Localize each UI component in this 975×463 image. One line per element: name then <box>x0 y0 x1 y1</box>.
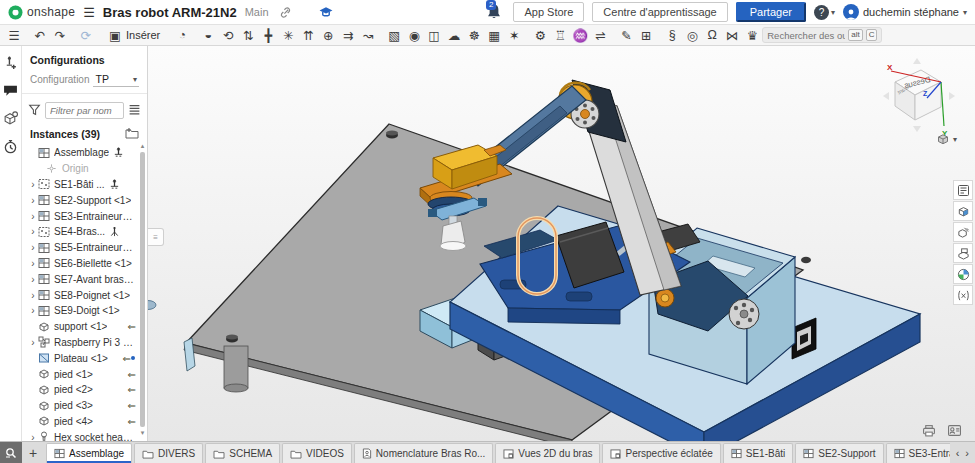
tree-item-se7[interactable]: › SE7-Avant bras <1> <box>22 271 147 287</box>
section-view-icon[interactable]: § <box>662 26 682 44</box>
appearance-sphere-icon[interactable] <box>953 264 973 284</box>
learning-cap-icon[interactable] <box>317 3 335 21</box>
tree-item-se1[interactable]: › SE1-Bâti ... <box>22 177 147 193</box>
group-mate-icon[interactable]: ▧ <box>384 26 404 44</box>
tree-item-raspberry[interactable]: › Raspberry Pi 3 Mod... <box>22 335 147 351</box>
tab-se3-entraineur-bras[interactable]: SE3-Entraineur bras <box>886 443 950 463</box>
drive-position-icon[interactable]: ♖ <box>550 26 570 44</box>
tab-assemblage[interactable]: Assemblage <box>46 443 132 463</box>
variables-icon[interactable] <box>953 285 973 305</box>
expand-chevron-icon[interactable]: › <box>28 195 38 206</box>
tree-item-plateau[interactable]: Plateau <1> ⇐ <box>22 350 147 366</box>
configuration-select[interactable]: TP ▾ <box>93 72 139 87</box>
expand-chevron-icon[interactable]: › <box>28 226 38 237</box>
bom-table-icon[interactable]: ✎ <box>616 26 636 44</box>
view-options-button[interactable]: ▾ <box>936 132 957 146</box>
ring-stand-tool-icon[interactable]: Ω <box>702 26 722 44</box>
user-menu[interactable]: duchemin stéphane ▾ <box>843 4 967 20</box>
pattern-feature-icon[interactable]: ☁ <box>444 26 464 44</box>
help-menu[interactable]: ? ▾ <box>814 5 835 20</box>
replicate-icon[interactable]: ◫ <box>424 26 444 44</box>
tab-nomenclature[interactable]: Nomenclature Bras Ro... <box>354 443 494 463</box>
expand-chevron-icon[interactable]: › <box>28 274 38 285</box>
filter-funnel-icon[interactable] <box>28 103 41 118</box>
tab-divers[interactable]: DIVERS <box>134 443 203 463</box>
circular-pattern-icon[interactable]: ☸ <box>464 26 484 44</box>
tab-videos[interactable]: VIDEOS <box>282 443 352 463</box>
expand-chevron-icon[interactable]: › <box>28 305 38 316</box>
tree-item-pied4[interactable]: pied <4> ⇐ <box>22 414 147 430</box>
tree-item-pied3[interactable]: pied <3> ⇐ <box>22 398 147 414</box>
printer-icon[interactable] <box>921 423 937 437</box>
tool-search-box[interactable]: alt C <box>762 27 882 43</box>
cylindrical-mate-icon[interactable]: ✳ <box>278 26 298 44</box>
instances-panel-icon[interactable] <box>953 180 973 200</box>
workspace-label[interactable]: Main <box>245 6 269 18</box>
tab-vues-2d[interactable]: Vues 2D du bras <box>495 443 600 463</box>
scrollbar-thumb[interactable] <box>140 152 145 427</box>
history-icon[interactable]: ◔ <box>172 26 192 44</box>
contact-card-icon[interactable] <box>947 423 963 437</box>
scroll-down-icon[interactable]: ▾ <box>139 429 146 437</box>
tree-item-se6[interactable]: › SE6-Biellette <1> <box>22 256 147 272</box>
expand-chevron-icon[interactable]: › <box>28 211 38 222</box>
tree-item-pied1[interactable]: pied <1> ⇐ <box>22 366 147 382</box>
history-clock-icon[interactable] <box>3 138 19 154</box>
grid-pattern-icon[interactable]: ▦ <box>484 26 504 44</box>
tangent-mate-icon[interactable]: ↝ <box>358 26 378 44</box>
tree-item-se4[interactable]: › SE4-Bras... <box>22 224 147 240</box>
filter-input[interactable] <box>45 102 124 119</box>
slider-mate-icon[interactable]: ⇅ <box>238 26 258 44</box>
bowtie-tool-icon[interactable]: ⋈ <box>722 26 742 44</box>
tab-se1-bati[interactable]: SE1-Bâti <box>723 443 793 463</box>
revolute-mate-icon[interactable]: ⟲ <box>218 26 238 44</box>
tool-search-input[interactable] <box>767 30 845 41</box>
tree-item-se2[interactable]: › SE2-Support <1> <box>22 192 147 208</box>
ball-mate-icon[interactable]: ⊕ <box>318 26 338 44</box>
expand-chevron-icon[interactable]: › <box>28 258 38 269</box>
mate-connector-icon[interactable]: ◉ <box>404 26 424 44</box>
tree-item-support[interactable]: support <1> ⇐ <box>22 319 147 335</box>
app-store-button[interactable]: App Store <box>513 2 584 22</box>
fastened-mate-icon[interactable]: ◒ <box>198 26 218 44</box>
crown-tool-icon[interactable]: ♛ <box>742 26 762 44</box>
main-menu-icon[interactable]: ☰ <box>83 5 95 20</box>
notifications-bell-icon[interactable]: 2 <box>485 2 505 22</box>
tree-item-se3[interactable]: › SE3-Entraineur bra... <box>22 208 147 224</box>
browse-tabs-icon[interactable] <box>0 442 22 463</box>
expand-chevron-icon[interactable]: › <box>28 242 38 253</box>
section-block-icon[interactable] <box>953 243 973 263</box>
versions-icon[interactable] <box>3 110 19 126</box>
tree-item-pied2[interactable]: pied <2> ⇐ <box>22 382 147 398</box>
named-positions-icon[interactable]: ⚙ <box>530 26 550 44</box>
orientation-cube-icon[interactable] <box>953 201 973 221</box>
tab-se2-support[interactable]: SE2-Support <box>795 443 883 463</box>
list-view-icon[interactable] <box>128 103 141 118</box>
tabs-next-icon[interactable]: › <box>965 447 969 459</box>
tabs-prev-icon[interactable]: ‹ <box>956 447 960 459</box>
element-tree-icon[interactable]: ☰ <box>4 26 24 44</box>
parallel-mate-icon[interactable]: ⇉ <box>338 26 358 44</box>
3d-scene[interactable] <box>148 46 975 441</box>
add-folder-icon[interactable] <box>125 127 139 141</box>
comments-icon[interactable] <box>3 82 19 98</box>
tree-item-se5[interactable]: › SE5-Entraineur biel... <box>22 240 147 256</box>
onshape-logo[interactable]: onshape <box>8 5 75 20</box>
learning-center-button[interactable]: Centre d'apprentissage <box>592 2 727 22</box>
share-button[interactable]: Partager <box>736 2 806 22</box>
panel-resize-handle[interactable]: ≡ <box>148 228 164 246</box>
tab-schema[interactable]: SCHEMA <box>205 443 280 463</box>
insert-button[interactable]: ▣ Insérer <box>102 26 166 44</box>
expand-chevron-icon[interactable]: › <box>28 337 38 348</box>
simulation-icon[interactable]: ♒ <box>570 26 590 44</box>
undo-icon[interactable]: ↶ <box>30 26 50 44</box>
redo-icon[interactable]: ↷ <box>50 26 70 44</box>
explode-icon[interactable]: ✶ <box>504 26 524 44</box>
share-link-icon[interactable] <box>277 3 295 21</box>
display-states-icon[interactable]: ⇌ <box>590 26 610 44</box>
edit-part-icon[interactable] <box>953 222 973 242</box>
planar-mate-icon[interactable]: ╋ <box>258 26 278 44</box>
expand-chevron-icon[interactable]: › <box>28 290 38 301</box>
pin-slot-mate-icon[interactable]: ⇈ <box>298 26 318 44</box>
exploded-view-icon[interactable]: ⊞ <box>636 26 656 44</box>
